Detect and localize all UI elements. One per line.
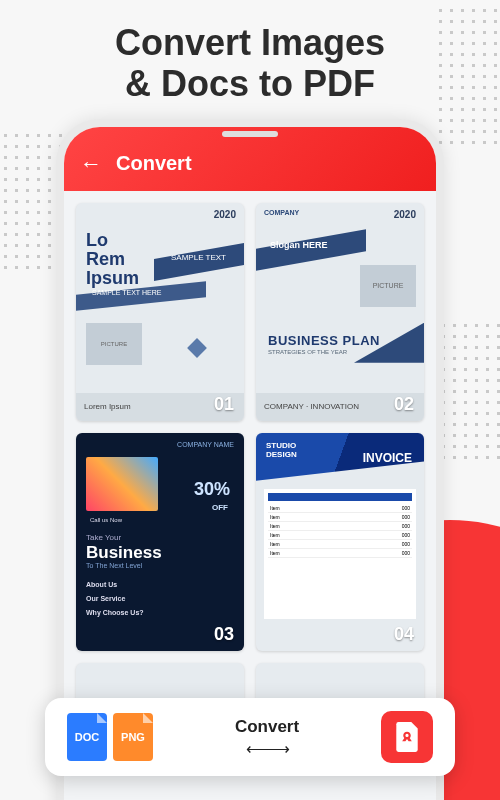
- header-title: Convert: [116, 152, 192, 175]
- discount-text: 30%: [194, 479, 230, 500]
- document-thumbnail[interactable]: STUDIO DESIGN INVOICE Item000 Item000 It…: [256, 433, 424, 651]
- doc-year: 2020: [214, 209, 236, 220]
- picture-placeholder: PICTURE: [86, 323, 142, 365]
- source-file-icons: DOC PNG: [67, 713, 153, 761]
- doc-band-text: SAMPLE TEXT HERE: [92, 289, 161, 296]
- doc-number: 02: [394, 394, 414, 415]
- document-thumbnail[interactable]: COMPANY 2020 Slogan HERE PICTURE BUSINES…: [256, 203, 424, 421]
- convert-to-pdf-button[interactable]: [381, 711, 433, 763]
- section-heading: About Us: [86, 581, 117, 588]
- phone-notch: [222, 131, 278, 137]
- section-heading: Our Service: [86, 595, 125, 602]
- biz-pre: Take Your: [86, 533, 121, 542]
- convert-label: Convert: [235, 717, 299, 737]
- back-arrow-icon[interactable]: ←: [80, 151, 102, 177]
- doc-band-text: SAMPLE TEXT: [171, 253, 226, 262]
- doc-number: 03: [214, 624, 234, 645]
- biz-sub: To The Next Level: [86, 562, 142, 569]
- doc-title: Lo Rem Ipsum: [86, 231, 139, 288]
- section-heading: Why Choose Us?: [86, 609, 144, 616]
- doc-band-text: Slogan HERE: [270, 240, 328, 250]
- headline: Convert Images & Docs to PDF: [0, 0, 500, 119]
- doc-logo: STUDIO DESIGN: [266, 441, 297, 459]
- doc-band: [256, 229, 366, 270]
- document-thumbnail[interactable]: COMPANY NAME Call us Now 30% OFF Take Yo…: [76, 433, 244, 651]
- action-bar: DOC PNG Convert ⟵⟶: [45, 698, 455, 776]
- biz-title: Business: [86, 543, 162, 563]
- doc-band: [154, 243, 244, 281]
- invoice-title: INVOICE: [363, 451, 412, 465]
- doc-subtitle: STRATEGIES OF THE YEAR: [268, 349, 347, 355]
- doc-image: [86, 457, 158, 511]
- headline-line1: Convert Images: [115, 22, 385, 63]
- doc-title: BUSINESS PLAN: [268, 333, 380, 348]
- invoice-table: Item000 Item000 Item000 Item000 Item000 …: [264, 489, 416, 619]
- png-file-icon: PNG: [113, 713, 153, 761]
- picture-placeholder: PICTURE: [360, 265, 416, 307]
- doc-logo: COMPANY: [264, 209, 299, 216]
- convert-label-group: Convert ⟵⟶: [235, 717, 299, 758]
- pdf-icon: [394, 722, 420, 752]
- document-grid: 2020 Lo Rem Ipsum SAMPLE TEXT SAMPLE TEX…: [76, 203, 424, 733]
- document-thumbnail[interactable]: 2020 Lo Rem Ipsum SAMPLE TEXT SAMPLE TEX…: [76, 203, 244, 421]
- doc-logo: COMPANY NAME: [177, 441, 234, 448]
- call-label: Call us Now: [90, 517, 122, 523]
- doc-number: 01: [214, 394, 234, 415]
- doc-year: 2020: [394, 209, 416, 220]
- diamond-icon: [187, 338, 207, 358]
- doc-number: 04: [394, 624, 414, 645]
- headline-line2: & Docs to PDF: [125, 63, 375, 104]
- doc-file-icon: DOC: [67, 713, 107, 761]
- off-text: OFF: [212, 503, 228, 512]
- bidirectional-arrow-icon: ⟵⟶: [246, 739, 288, 758]
